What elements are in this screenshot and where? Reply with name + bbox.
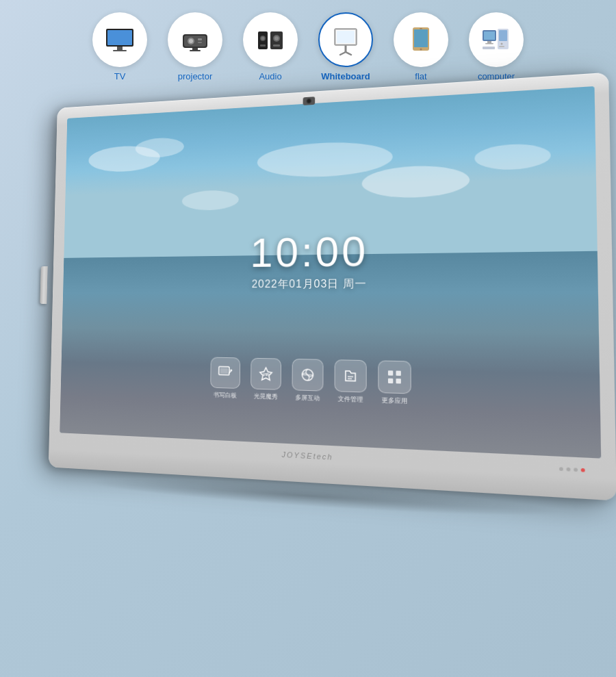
svg-rect-51 [388,379,393,383]
app-multiscreen[interactable]: 多屏互动 [292,359,323,403]
svg-point-14 [261,37,265,40]
device-audio[interactable]: Audio [243,12,298,81]
app-whiteboard-icon [210,357,240,389]
svg-rect-49 [388,370,393,375]
app-vip-icon: VIP [251,358,281,390]
svg-rect-3 [113,50,127,51]
svg-rect-37 [485,43,493,44]
tv-icon-circle [92,12,147,67]
svg-rect-50 [396,371,400,376]
svg-rect-52 [396,379,400,383]
whiteboard-label: Whiteboard [321,71,370,81]
svg-rect-5 [184,36,206,47]
bezel-controls [559,467,585,472]
device-category-row: TV projector [0,0,616,88]
app-files-label: 文件管理 [338,394,363,405]
svg-point-32 [501,43,503,45]
svg-rect-27 [414,29,428,47]
ifpd-panel: 10:00 2022年01月03日 周一 [48,73,616,528]
svg-rect-40 [220,368,228,374]
tv-label: TV [114,71,126,81]
svg-rect-11 [190,50,201,51]
camera [303,97,316,105]
app-multiscreen-icon [292,359,323,392]
svg-rect-15 [260,44,266,47]
panel-bezel: 10:00 2022年01月03日 周一 [49,73,616,501]
indicator-2 [566,467,570,471]
screen-apps-row: 书写白板 VIP 光晃魔秀 [210,357,411,407]
time-display: 10:00 [250,230,368,274]
svg-rect-20 [345,45,347,52]
svg-point-28 [420,49,422,51]
svg-rect-8 [198,38,202,40]
app-vip[interactable]: VIP 光晃魔秀 [251,358,281,402]
whiteboard-icon-circle [318,12,373,67]
main-display-area: 10:00 2022年01月03日 周一 [14,88,602,503]
device-whiteboard[interactable]: Whiteboard [318,12,373,81]
device-computer[interactable]: computer [469,12,524,81]
screen-clock: 10:00 2022年01月03日 周一 [250,230,368,292]
indicator-3 [574,468,578,472]
svg-rect-9 [198,42,202,43]
svg-point-7 [189,39,193,43]
app-whiteboard[interactable]: 书写白板 [210,357,240,400]
svg-rect-36 [487,41,491,43]
flat-label: flat [415,71,426,81]
app-whiteboard-label: 书写白板 [214,391,237,400]
indicator-1 [559,467,563,471]
svg-rect-10 [192,48,198,50]
device-tv[interactable]: TV [92,12,147,81]
svg-point-18 [274,36,279,40]
device-projector[interactable]: projector [168,12,222,81]
svg-line-21 [340,52,346,55]
app-more-label: 更多应用 [382,396,408,406]
svg-rect-2 [117,47,123,50]
svg-rect-1 [107,30,132,45]
svg-rect-25 [337,31,355,43]
computer-icon-circle [469,12,524,67]
flat-icon-circle [394,12,448,67]
power-indicator [581,468,585,472]
svg-rect-35 [484,31,495,40]
projector-icon-circle [168,12,222,67]
svg-line-22 [346,52,351,55]
audio-label: Audio [259,71,281,81]
date-display: 2022年01月03日 周一 [250,277,368,292]
svg-rect-33 [499,46,504,47]
app-more[interactable]: 更多应用 [378,360,411,406]
svg-rect-31 [499,30,507,41]
app-files-icon [335,359,367,392]
app-more-icon [378,360,411,394]
svg-rect-38 [483,47,495,49]
brand-name: JOYSEtech [282,450,333,461]
app-multiscreen-label: 多屏互动 [295,393,320,403]
app-vip-label: 光晃魔秀 [254,392,278,402]
side-handle [40,266,47,304]
projector-label: projector [178,71,213,81]
device-flat[interactable]: flat [394,12,448,81]
screen-display[interactable]: 10:00 2022年01月03日 周一 [60,86,601,459]
svg-text:VIP: VIP [263,372,270,376]
svg-rect-19 [273,44,280,47]
app-files[interactable]: 文件管理 [335,359,367,405]
svg-rect-29 [420,28,422,29]
audio-icon-circle [243,12,298,67]
